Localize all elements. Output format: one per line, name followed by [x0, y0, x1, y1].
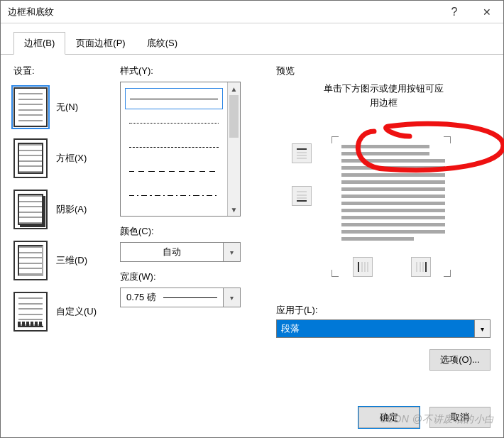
settings-column: 设置: 无(N) 方框(X) 阴影(A) — [13, 65, 120, 398]
style-list[interactable]: ▲ ▼ — [120, 82, 241, 217]
width-combo[interactable]: 0.75 磅 ▾ — [120, 288, 241, 307]
border-bottom-button[interactable] — [292, 186, 312, 206]
width-dropdown-icon[interactable]: ▾ — [223, 288, 240, 307]
help-button[interactable]: ? — [438, 1, 471, 23]
dialog-body: 设置: 无(N) 方框(X) 阴影(A) — [1, 55, 503, 398]
dialog-footer: 确定 取消 — [1, 398, 503, 437]
setting-none-label: 无(N) — [56, 101, 78, 114]
preview-area — [276, 115, 491, 300]
tab-page-borders[interactable]: 页面边框(P) — [65, 32, 136, 55]
tab-borders[interactable]: 边框(B) — [13, 32, 65, 55]
setting-none-icon — [13, 87, 48, 127]
tab-bar: 边框(B) 页面边框(P) 底纹(S) — [1, 23, 503, 55]
width-text: 0.75 磅 — [126, 291, 156, 304]
style-label: 样式(Y): — [120, 65, 262, 77]
scroll-track[interactable] — [228, 95, 240, 203]
line-style-solid[interactable] — [125, 88, 223, 109]
setting-custom[interactable]: 自定义(U) — [13, 286, 120, 337]
setting-shadow-label: 阴影(A) — [56, 203, 87, 216]
setting-custom-label: 自定义(U) — [56, 305, 97, 318]
options-button[interactable]: 选项(O)... — [429, 349, 491, 371]
setting-3d-icon — [13, 241, 48, 280]
style-list-inner — [121, 82, 227, 216]
line-style-dashed[interactable] — [125, 160, 223, 182]
dialog-title: 边框和底纹 — [1, 6, 438, 18]
close-button[interactable]: ✕ — [471, 1, 503, 23]
preview-hint-line1: 单击下方图示或使用按钮可应 — [324, 83, 444, 94]
color-label: 颜色(C): — [120, 225, 262, 238]
color-dropdown-icon[interactable]: ▾ — [223, 243, 240, 261]
width-label: 宽度(W): — [120, 270, 262, 283]
setting-shadow-icon — [13, 190, 48, 229]
corner-marker-tl — [332, 136, 339, 143]
line-style-dash-dot[interactable] — [125, 185, 223, 206]
scroll-down-icon[interactable]: ▼ — [228, 203, 240, 216]
style-column: 样式(Y): ▲ ▼ 颜色(C): 自动 ▾ — [120, 65, 262, 398]
ok-button[interactable]: 确定 — [358, 407, 420, 428]
apply-to-dropdown-icon[interactable]: ▾ — [474, 320, 490, 337]
setting-box[interactable]: 方框(X) — [13, 133, 120, 184]
preview-column: 预览 单击下方图示或使用按钮可应 用边框 — [262, 65, 491, 398]
corner-marker-tr — [444, 136, 451, 143]
setting-3d-label: 三维(D) — [56, 254, 87, 267]
corner-marker-bl — [332, 270, 339, 277]
setting-shadow[interactable]: 阴影(A) — [13, 184, 120, 235]
color-value: 自动 — [121, 246, 223, 258]
preview-hint-line2: 用边框 — [370, 97, 398, 108]
preview-hint: 单击下方图示或使用按钮可应 用边框 — [276, 82, 491, 109]
setting-3d[interactable]: 三维(D) — [13, 235, 120, 286]
preview-paragraph-icon — [341, 145, 445, 271]
line-style-dashed-fine[interactable] — [125, 136, 223, 158]
tab-shading[interactable]: 底纹(S) — [136, 32, 188, 55]
preview-document[interactable] — [319, 128, 454, 284]
color-combo[interactable]: 自动 ▾ — [120, 242, 241, 262]
preview-label: 预览 — [276, 65, 491, 77]
width-value: 0.75 磅 — [121, 291, 223, 304]
scroll-up-icon[interactable]: ▲ — [228, 82, 240, 95]
options-row: 选项(O)... — [276, 349, 491, 371]
setting-box-icon — [13, 138, 48, 178]
scroll-thumb[interactable] — [229, 95, 239, 138]
apply-to-value: 段落 — [277, 320, 474, 337]
border-top-button[interactable] — [292, 143, 312, 163]
setting-box-label: 方框(X) — [56, 152, 87, 165]
cancel-button[interactable]: 取消 — [429, 407, 491, 428]
style-scrollbar[interactable]: ▲ ▼ — [227, 82, 240, 216]
line-style-dotted[interactable] — [125, 112, 223, 133]
apply-to-combo[interactable]: 段落 ▾ — [276, 319, 491, 338]
borders-shading-dialog: 边框和底纹 ? ✕ 边框(B) 页面边框(P) 底纹(S) 设置: 无(N) 方… — [0, 0, 504, 438]
settings-label: 设置: — [13, 65, 120, 77]
apply-to-label: 应用于(L): — [276, 304, 491, 317]
setting-custom-icon — [13, 292, 48, 332]
border-bottom-icon — [295, 190, 308, 202]
setting-none[interactable]: 无(N) — [13, 82, 120, 133]
titlebar: 边框和底纹 ? ✕ — [1, 1, 503, 23]
width-sample-line — [163, 297, 217, 298]
border-top-icon — [295, 147, 308, 160]
